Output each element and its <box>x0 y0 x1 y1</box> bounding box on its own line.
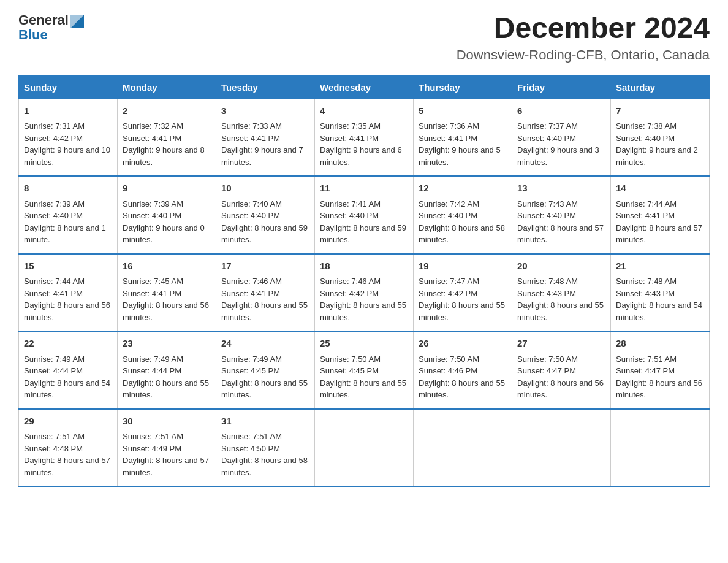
day-number: 30 <box>123 415 211 429</box>
calendar-cell: 13 Sunrise: 7:43 AMSunset: 4:40 PMDaylig… <box>512 176 611 254</box>
calendar-week-row: 8 Sunrise: 7:39 AMSunset: 4:40 PMDayligh… <box>19 176 710 254</box>
day-number: 1 <box>24 104 112 118</box>
day-info: Sunrise: 7:44 AMSunset: 4:41 PMDaylight:… <box>24 275 112 323</box>
calendar-cell: 1 Sunrise: 7:31 AMSunset: 4:42 PMDayligh… <box>19 99 118 176</box>
weekday-header-wednesday: Wednesday <box>315 75 414 99</box>
calendar-cell: 9 Sunrise: 7:39 AMSunset: 4:40 PMDayligh… <box>118 176 216 254</box>
calendar-cell: 8 Sunrise: 7:39 AMSunset: 4:40 PMDayligh… <box>19 176 118 254</box>
day-number: 4 <box>320 104 408 118</box>
calendar-cell: 2 Sunrise: 7:32 AMSunset: 4:41 PMDayligh… <box>118 99 216 176</box>
weekday-header-tuesday: Tuesday <box>216 75 315 99</box>
day-info: Sunrise: 7:35 AMSunset: 4:41 PMDaylight:… <box>320 120 408 168</box>
calendar-cell: 3 Sunrise: 7:33 AMSunset: 4:41 PMDayligh… <box>216 99 315 176</box>
calendar-cell: 19 Sunrise: 7:47 AMSunset: 4:42 PMDaylig… <box>414 254 512 332</box>
day-info: Sunrise: 7:38 AMSunset: 4:40 PMDaylight:… <box>616 120 704 168</box>
day-info: Sunrise: 7:46 AMSunset: 4:41 PMDaylight:… <box>221 275 309 323</box>
calendar-cell: 4 Sunrise: 7:35 AMSunset: 4:41 PMDayligh… <box>315 99 414 176</box>
calendar-cell: 10 Sunrise: 7:40 AMSunset: 4:40 PMDaylig… <box>216 176 315 254</box>
calendar-cell: 5 Sunrise: 7:36 AMSunset: 4:41 PMDayligh… <box>414 99 512 176</box>
calendar-cell: 21 Sunrise: 7:48 AMSunset: 4:43 PMDaylig… <box>611 254 710 332</box>
calendar-cell <box>414 409 512 487</box>
day-info: Sunrise: 7:32 AMSunset: 4:41 PMDaylight:… <box>123 120 211 168</box>
calendar-cell: 6 Sunrise: 7:37 AMSunset: 4:40 PMDayligh… <box>512 99 611 176</box>
page-header: General Blue December 2024 Downsview-Rod… <box>18 12 710 63</box>
calendar-cell <box>611 409 710 487</box>
calendar-cell: 29 Sunrise: 7:51 AMSunset: 4:48 PMDaylig… <box>19 409 118 487</box>
day-info: Sunrise: 7:49 AMSunset: 4:45 PMDaylight:… <box>221 353 309 401</box>
calendar-cell: 7 Sunrise: 7:38 AMSunset: 4:40 PMDayligh… <box>611 99 710 176</box>
day-info: Sunrise: 7:51 AMSunset: 4:49 PMDaylight:… <box>123 431 211 478</box>
day-info: Sunrise: 7:46 AMSunset: 4:42 PMDaylight:… <box>320 275 408 323</box>
calendar-cell <box>315 409 414 487</box>
day-number: 27 <box>517 337 605 351</box>
weekday-header-monday: Monday <box>118 75 216 99</box>
day-number: 20 <box>517 259 605 274</box>
calendar-cell: 17 Sunrise: 7:46 AMSunset: 4:41 PMDaylig… <box>216 254 315 332</box>
logo-triangle-icon <box>70 11 84 28</box>
day-info: Sunrise: 7:48 AMSunset: 4:43 PMDaylight:… <box>517 275 605 323</box>
day-info: Sunrise: 7:36 AMSunset: 4:41 PMDaylight:… <box>419 120 507 168</box>
day-number: 18 <box>320 259 408 274</box>
day-info: Sunrise: 7:43 AMSunset: 4:40 PMDaylight:… <box>517 198 605 246</box>
calendar-week-row: 15 Sunrise: 7:44 AMSunset: 4:41 PMDaylig… <box>19 254 710 332</box>
calendar-cell: 20 Sunrise: 7:48 AMSunset: 4:43 PMDaylig… <box>512 254 611 332</box>
day-number: 6 <box>517 104 605 118</box>
day-info: Sunrise: 7:50 AMSunset: 4:47 PMDaylight:… <box>517 353 605 401</box>
day-number: 9 <box>123 182 211 196</box>
day-info: Sunrise: 7:51 AMSunset: 4:47 PMDaylight:… <box>616 353 704 401</box>
day-info: Sunrise: 7:31 AMSunset: 4:42 PMDaylight:… <box>24 120 112 168</box>
calendar-cell: 12 Sunrise: 7:42 AMSunset: 4:40 PMDaylig… <box>414 176 512 254</box>
title-area: December 2024 Downsview-Roding-CFB, Onta… <box>457 12 710 63</box>
weekday-header-sunday: Sunday <box>19 75 118 99</box>
calendar-cell: 23 Sunrise: 7:49 AMSunset: 4:44 PMDaylig… <box>118 331 216 409</box>
day-info: Sunrise: 7:41 AMSunset: 4:40 PMDaylight:… <box>320 198 408 246</box>
day-number: 3 <box>221 104 309 118</box>
day-info: Sunrise: 7:47 AMSunset: 4:42 PMDaylight:… <box>419 275 507 323</box>
calendar-cell: 16 Sunrise: 7:45 AMSunset: 4:41 PMDaylig… <box>118 254 216 332</box>
day-number: 24 <box>221 337 309 351</box>
weekday-header-thursday: Thursday <box>414 75 512 99</box>
day-number: 12 <box>419 182 507 196</box>
calendar-cell: 31 Sunrise: 7:51 AMSunset: 4:50 PMDaylig… <box>216 409 315 487</box>
day-number: 21 <box>616 259 704 274</box>
day-number: 26 <box>419 337 507 351</box>
logo-text-general: General <box>18 12 69 28</box>
day-number: 11 <box>320 182 408 196</box>
day-info: Sunrise: 7:40 AMSunset: 4:40 PMDaylight:… <box>221 198 309 246</box>
calendar-cell: 25 Sunrise: 7:50 AMSunset: 4:45 PMDaylig… <box>315 331 414 409</box>
day-number: 15 <box>24 259 112 274</box>
calendar-cell <box>512 409 611 487</box>
calendar-cell: 24 Sunrise: 7:49 AMSunset: 4:45 PMDaylig… <box>216 331 315 409</box>
day-number: 31 <box>221 415 309 429</box>
weekday-header-friday: Friday <box>512 75 611 99</box>
day-info: Sunrise: 7:50 AMSunset: 4:45 PMDaylight:… <box>320 353 408 401</box>
month-title: December 2024 <box>457 12 710 45</box>
day-number: 29 <box>24 415 112 429</box>
calendar-table: SundayMondayTuesdayWednesdayThursdayFrid… <box>18 75 710 488</box>
day-info: Sunrise: 7:45 AMSunset: 4:41 PMDaylight:… <box>123 275 211 323</box>
day-info: Sunrise: 7:39 AMSunset: 4:40 PMDaylight:… <box>24 198 112 246</box>
day-number: 23 <box>123 337 211 351</box>
weekday-header-saturday: Saturday <box>611 75 710 99</box>
calendar-cell: 28 Sunrise: 7:51 AMSunset: 4:47 PMDaylig… <box>611 331 710 409</box>
day-number: 14 <box>616 182 704 196</box>
day-info: Sunrise: 7:51 AMSunset: 4:48 PMDaylight:… <box>24 431 112 478</box>
calendar-week-row: 1 Sunrise: 7:31 AMSunset: 4:42 PMDayligh… <box>19 99 710 176</box>
day-number: 22 <box>24 337 112 351</box>
calendar-cell: 26 Sunrise: 7:50 AMSunset: 4:46 PMDaylig… <box>414 331 512 409</box>
day-number: 2 <box>123 104 211 118</box>
calendar-week-row: 22 Sunrise: 7:49 AMSunset: 4:44 PMDaylig… <box>19 331 710 409</box>
calendar-cell: 11 Sunrise: 7:41 AMSunset: 4:40 PMDaylig… <box>315 176 414 254</box>
day-number: 7 <box>616 104 704 118</box>
location-title: Downsview-Roding-CFB, Ontario, Canada <box>457 47 710 63</box>
calendar-cell: 22 Sunrise: 7:49 AMSunset: 4:44 PMDaylig… <box>19 331 118 409</box>
calendar-cell: 18 Sunrise: 7:46 AMSunset: 4:42 PMDaylig… <box>315 254 414 332</box>
logo: General Blue <box>18 12 84 43</box>
day-number: 16 <box>123 259 211 274</box>
calendar-cell: 30 Sunrise: 7:51 AMSunset: 4:49 PMDaylig… <box>118 409 216 487</box>
day-number: 25 <box>320 337 408 351</box>
day-info: Sunrise: 7:37 AMSunset: 4:40 PMDaylight:… <box>517 120 605 168</box>
calendar-cell: 14 Sunrise: 7:44 AMSunset: 4:41 PMDaylig… <box>611 176 710 254</box>
day-info: Sunrise: 7:50 AMSunset: 4:46 PMDaylight:… <box>419 353 507 401</box>
day-number: 8 <box>24 182 112 196</box>
